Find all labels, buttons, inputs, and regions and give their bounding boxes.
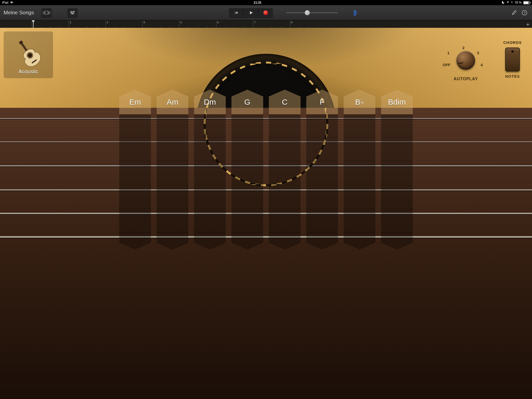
- chord-strip[interactable]: Am: [157, 90, 188, 245]
- chord-strip[interactable]: Dm: [194, 90, 226, 245]
- ruler-bar-label: 2: [70, 20, 71, 24]
- ruler-bar-label: 5: [180, 20, 182, 24]
- volume-slider[interactable]: [286, 12, 330, 13]
- ruler-bar-tick: [216, 20, 216, 28]
- chord-label[interactable]: Am: [157, 90, 188, 114]
- ruler-bar-tick: [105, 20, 106, 28]
- chord-segment[interactable]: [194, 137, 226, 161]
- guitar-icon: [13, 37, 44, 69]
- chord-label[interactable]: Em: [119, 90, 151, 114]
- chord-body[interactable]: [119, 114, 151, 245]
- wifi-icon: [10, 1, 14, 4]
- chord-segment[interactable]: [306, 161, 330, 185]
- chord-segment[interactable]: [119, 209, 151, 232]
- chord-segment[interactable]: [306, 185, 330, 209]
- chord-segment[interactable]: [157, 185, 188, 209]
- volume-thumb[interactable]: [305, 10, 310, 15]
- chord-strip[interactable]: C: [269, 90, 301, 245]
- chord-strip[interactable]: G: [231, 90, 263, 245]
- chord-segment[interactable]: [231, 209, 263, 232]
- chord-segment[interactable]: [306, 209, 330, 232]
- chord-segment[interactable]: [231, 232, 263, 248]
- chord-label[interactable]: F: [306, 90, 330, 114]
- svg-rect-1: [45, 11, 48, 14]
- chord-segment[interactable]: [157, 137, 188, 161]
- chord-segment[interactable]: [194, 185, 226, 209]
- chord-segment[interactable]: [194, 114, 226, 137]
- chord-segment[interactable]: [269, 137, 301, 161]
- go-to-start-button[interactable]: [229, 8, 244, 17]
- status-bar: iPad 11:31 78 %: [0, 0, 330, 5]
- chord-label[interactable]: C: [269, 90, 301, 114]
- ruler-bar-label: 8: [291, 20, 292, 24]
- chord-segment[interactable]: [157, 161, 188, 185]
- chord-segment[interactable]: [306, 232, 330, 248]
- chord-segment[interactable]: [157, 114, 188, 137]
- ruler-bar-tick: [32, 20, 32, 28]
- chord-segment[interactable]: [119, 161, 151, 185]
- chord-segment[interactable]: [269, 232, 301, 248]
- chord-segment[interactable]: [269, 114, 301, 137]
- chord-segment[interactable]: [231, 137, 263, 161]
- chord-segment[interactable]: [269, 161, 301, 185]
- chord-segment[interactable]: [157, 209, 188, 232]
- ruler-bar-label: 6: [217, 20, 219, 24]
- chord-body[interactable]: [269, 114, 301, 245]
- play-button[interactable]: [244, 8, 258, 17]
- chord-segment[interactable]: [119, 185, 151, 209]
- timeline-ruler[interactable]: ＋ 12345678: [0, 20, 330, 28]
- chord-segment[interactable]: [231, 161, 263, 185]
- ruler-bar-label: 3: [107, 20, 108, 24]
- svg-rect-8: [73, 11, 74, 12]
- record-button[interactable]: [258, 8, 273, 17]
- chord-segment[interactable]: [231, 185, 263, 209]
- chord-strip[interactable]: F: [306, 90, 330, 245]
- ruler-bar-label: 7: [254, 20, 256, 24]
- transport-controls: [229, 8, 273, 17]
- instrument-name: Acoustic: [18, 69, 38, 75]
- status-time: 11:31: [14, 1, 330, 4]
- svg-rect-0: [43, 11, 44, 14]
- svg-rect-6: [71, 12, 72, 12]
- device-name: iPad: [2, 1, 8, 4]
- chord-segment[interactable]: [269, 209, 301, 232]
- chord-segment[interactable]: [306, 137, 330, 161]
- chord-segment[interactable]: [194, 209, 226, 232]
- ruler-bar-tick: [179, 20, 179, 28]
- chord-body[interactable]: [231, 114, 263, 245]
- chord-body[interactable]: [306, 114, 330, 245]
- chord-segment[interactable]: [119, 137, 151, 161]
- chord-body[interactable]: [194, 114, 226, 245]
- chord-segment[interactable]: [119, 114, 151, 137]
- chord-label[interactable]: G: [231, 90, 263, 114]
- ruler-bar-tick: [253, 20, 253, 28]
- track-controls-button[interactable]: [67, 8, 78, 17]
- view-switch-button[interactable]: [41, 8, 52, 17]
- chord-segment[interactable]: [194, 161, 226, 185]
- ruler-bar-tick: [69, 20, 69, 28]
- my-songs-button[interactable]: Meine Songs: [4, 10, 34, 16]
- ruler-bar-tick: [142, 20, 143, 28]
- chord-segment[interactable]: [269, 185, 301, 209]
- chord-segment[interactable]: [119, 232, 151, 248]
- chord-segment[interactable]: [306, 114, 330, 137]
- chord-segment[interactable]: [157, 232, 188, 248]
- chord-segment[interactable]: [231, 114, 263, 137]
- instrument-tile[interactable]: Acoustic: [4, 31, 53, 78]
- chord-strip[interactable]: Em: [119, 90, 151, 245]
- svg-rect-7: [72, 13, 73, 14]
- ruler-bar-tick: [290, 20, 290, 28]
- chord-segment[interactable]: [194, 232, 226, 248]
- chord-label[interactable]: Dm: [194, 90, 226, 114]
- record-icon: [263, 10, 268, 15]
- chord-body[interactable]: [157, 114, 188, 245]
- ruler-bar-label: 1: [33, 20, 34, 24]
- ruler-bar-label: 4: [143, 20, 145, 24]
- svg-rect-2: [48, 11, 50, 14]
- toolbar: Meine Songs ?: [0, 5, 330, 20]
